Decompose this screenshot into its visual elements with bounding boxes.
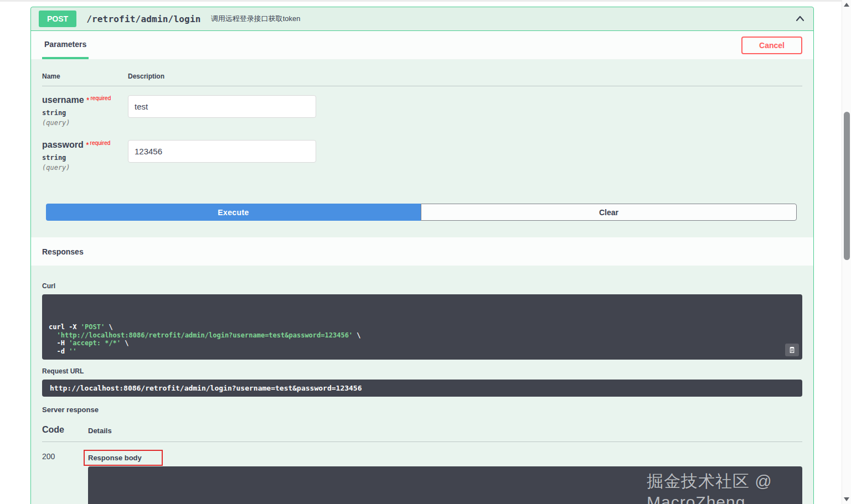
- parameter-meta: username *required string (query): [42, 95, 128, 127]
- request-url-value: http://localhost:8086/retrofit/admin/log…: [42, 380, 802, 397]
- response-body-label-annotated: Response body: [84, 450, 163, 466]
- column-header-name: Name: [42, 72, 128, 80]
- opblock-summary[interactable]: POST /retrofit/admin/login 调用远程登录接口获取tok…: [31, 7, 813, 31]
- parameter-value-cell: [128, 140, 802, 172]
- scrollbar-down-arrow-icon[interactable]: [844, 497, 849, 501]
- parameter-location: (query): [42, 164, 128, 172]
- clear-button[interactable]: Clear: [421, 204, 797, 221]
- column-header-description: Description: [128, 72, 802, 80]
- endpoint-description: 调用远程登录接口获取token: [211, 14, 301, 24]
- tab-parameters-label: Parameters: [44, 40, 86, 49]
- copy-curl-button[interactable]: [785, 344, 799, 356]
- responses-section-header: Responses: [31, 237, 813, 266]
- opblock-post-login: POST /retrofit/admin/login 调用远程登录接口获取tok…: [30, 7, 814, 504]
- parameter-value-cell: [128, 95, 802, 127]
- parameter-name: username: [42, 95, 84, 105]
- responses-area: Curl curl -X 'POST' \ 'http://localhost:…: [31, 266, 813, 504]
- required-label: required: [90, 140, 111, 146]
- response-table-header: Code Details: [42, 425, 802, 442]
- swagger-ui-page: POST /retrofit/admin/login 调用远程登录接口获取tok…: [0, 0, 851, 504]
- parameters-table-header: Name Description: [42, 72, 802, 86]
- column-header-details: Details: [88, 427, 802, 435]
- collapse-chevron-up-icon[interactable]: [795, 13, 806, 24]
- parameter-name: password: [42, 140, 84, 149]
- parameters-section-header: Parameters Cancel: [31, 31, 813, 59]
- endpoint-path: /retrofit/admin/login: [86, 14, 201, 24]
- scrollbar-up-arrow-icon[interactable]: [844, 3, 849, 7]
- parameter-row-password: password *required string (query): [42, 131, 802, 176]
- required-star: *: [86, 96, 89, 105]
- top-divider: [0, 0, 851, 2]
- required-star: *: [86, 141, 89, 149]
- response-body-block: Download { "code": 200, "message": "操作成功…: [88, 466, 802, 504]
- responses-title: Responses: [42, 247, 84, 256]
- parameter-type: string: [42, 109, 128, 117]
- scrollbar-thumb[interactable]: [844, 112, 850, 260]
- parameter-location: (query): [42, 119, 128, 127]
- response-row-200: 200 Response body Download { "code": 200…: [42, 442, 802, 504]
- curl-label: Curl: [42, 282, 802, 290]
- server-response-label: Server response: [42, 406, 802, 414]
- username-input[interactable]: [128, 95, 316, 118]
- status-code: 200: [42, 450, 88, 504]
- curl-command-block: curl -X 'POST' \ 'http://localhost:8086/…: [42, 294, 802, 360]
- parameter-meta: password *required string (query): [42, 140, 128, 172]
- password-input[interactable]: [128, 140, 316, 163]
- execute-button[interactable]: Execute: [46, 204, 421, 221]
- http-method-badge: POST: [39, 11, 76, 27]
- parameter-row-username: username *required string (query): [42, 86, 802, 131]
- tab-parameters[interactable]: Parameters: [42, 31, 89, 59]
- required-label: required: [91, 95, 111, 101]
- request-url-label: Request URL: [42, 367, 802, 375]
- execute-wrapper: Execute Clear: [31, 176, 813, 237]
- parameter-type: string: [42, 154, 128, 162]
- cancel-button[interactable]: Cancel: [741, 37, 802, 54]
- column-header-code: Code: [42, 425, 88, 435]
- vertical-scrollbar[interactable]: [842, 0, 851, 504]
- parameters-table: Name Description username *required stri…: [31, 59, 813, 176]
- response-details-cell: Response body Download { "code": 200, "m…: [88, 450, 802, 504]
